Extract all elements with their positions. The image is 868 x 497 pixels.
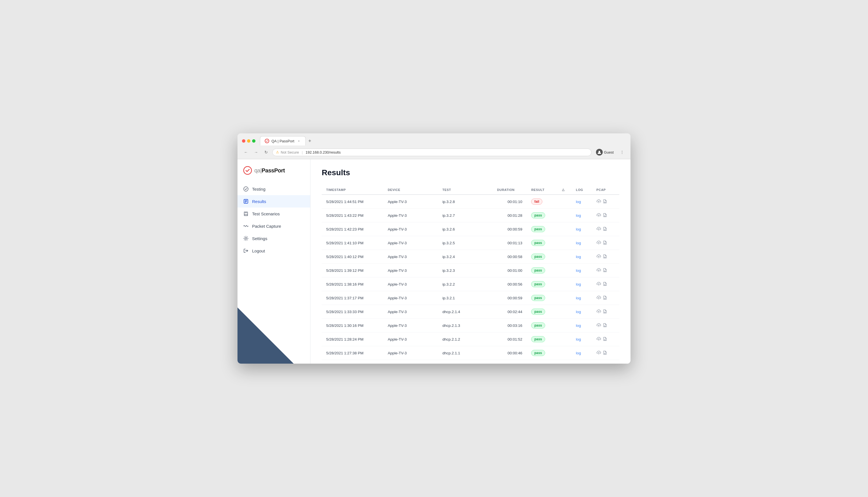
cell-pcap [592, 222, 619, 236]
pass-badge: pass [531, 254, 545, 260]
pcap-icons [596, 351, 615, 356]
minimize-button[interactable] [247, 139, 250, 143]
browser-chrome: QA | PassPort × + ← → ↻ ⚠ Not Secure | 1… [237, 133, 631, 159]
cell-duration: 00:00:59 [493, 222, 527, 236]
th-timestamp: TIMESTAMP [322, 185, 383, 195]
file-download-icon[interactable] [603, 268, 607, 273]
more-options-button[interactable]: ⋮ [618, 148, 626, 156]
cell-timestamp: 5/28/2021 1:42:23 PM [322, 222, 383, 236]
back-button[interactable]: ← [242, 148, 250, 156]
log-link[interactable]: log [576, 268, 581, 273]
new-tab-button[interactable]: + [306, 137, 314, 145]
profile-button[interactable]: Guest [594, 148, 616, 157]
cell-duration: 00:01:18 [493, 360, 527, 364]
cell-duration: 00:00:59 [493, 291, 527, 305]
cloud-upload-icon[interactable] [596, 295, 601, 301]
file-download-icon[interactable] [603, 282, 607, 287]
log-link[interactable]: log [576, 200, 581, 204]
file-download-icon[interactable] [603, 213, 607, 218]
log-link[interactable]: log [576, 351, 581, 355]
th-result: RESULT [527, 185, 558, 195]
log-link[interactable]: log [576, 337, 581, 341]
sidebar-item-label-results: Results [252, 199, 266, 204]
th-log: LOG [572, 185, 592, 195]
cell-duration: 00:02:44 [493, 305, 527, 319]
cloud-upload-icon[interactable] [596, 282, 601, 287]
file-download-icon[interactable] [603, 351, 607, 356]
address-bar[interactable]: ⚠ Not Secure | 192.168.0.230/results [272, 148, 592, 156]
tab-close-button[interactable]: × [296, 139, 301, 143]
file-download-icon[interactable] [603, 240, 607, 246]
pcap-icons [596, 227, 615, 232]
cell-duration: 00:01:52 [493, 332, 527, 346]
pcap-icons [596, 240, 615, 246]
cell-test: ip.3.2.3 [438, 264, 493, 278]
sidebar-item-packet-capture[interactable]: Packet Capture [237, 220, 310, 232]
cell-timestamp: 5/28/2021 1:41:10 PM [322, 236, 383, 250]
cloud-upload-icon[interactable] [596, 213, 601, 218]
cell-alert [558, 360, 572, 364]
log-link[interactable]: log [576, 324, 581, 328]
cell-result: pass [527, 291, 558, 305]
table-row: 5/28/2021 1:41:10 PM Apple-TV-3 ip.3.2.5… [322, 236, 619, 250]
pcap-icons [596, 323, 615, 328]
close-button[interactable] [242, 139, 245, 143]
forward-button[interactable]: → [252, 148, 260, 156]
log-link[interactable]: log [576, 255, 581, 259]
sidebar: qa|PassPort Testing [237, 159, 310, 364]
cell-device: Apple-TV-3 [383, 332, 438, 346]
cell-alert [558, 195, 572, 209]
sidebar-item-test-scenarios[interactable]: Test Scenarios [237, 208, 310, 220]
sidebar-item-results[interactable]: Results [237, 195, 310, 208]
cloud-upload-icon[interactable] [596, 227, 601, 232]
log-link[interactable]: log [576, 213, 581, 218]
sidebar-item-testing[interactable]: Testing [237, 183, 310, 195]
cell-pcap [592, 209, 619, 222]
cloud-upload-icon[interactable] [596, 254, 601, 259]
log-link[interactable]: log [576, 227, 581, 231]
cell-test: ip.3.2.8 [438, 195, 493, 209]
pcap-icons [596, 282, 615, 287]
file-download-icon[interactable] [603, 337, 607, 342]
cloud-upload-icon[interactable] [596, 199, 601, 204]
cloud-upload-icon[interactable] [596, 309, 601, 314]
log-link[interactable]: log [576, 296, 581, 300]
active-tab[interactable]: QA | PassPort × [260, 136, 306, 145]
cloud-upload-icon[interactable] [596, 337, 601, 342]
svg-point-2 [244, 167, 251, 174]
file-download-icon[interactable] [603, 227, 607, 232]
file-download-icon[interactable] [603, 323, 607, 328]
cell-alert [558, 319, 572, 332]
cell-timestamp: 5/28/2021 1:38:16 PM [322, 278, 383, 291]
avatar [596, 149, 603, 156]
cell-result: pass [527, 332, 558, 346]
log-link[interactable]: log [576, 310, 581, 314]
cell-test: ip.3.2.4 [438, 250, 493, 264]
cell-pcap [592, 319, 619, 332]
maximize-button[interactable] [252, 139, 256, 143]
th-alert: △ [558, 185, 572, 195]
cell-result: pass [527, 222, 558, 236]
pass-badge: pass [531, 336, 545, 342]
cloud-upload-icon[interactable] [596, 323, 601, 328]
cloud-upload-icon[interactable] [596, 351, 601, 356]
cell-alert [558, 332, 572, 346]
cloud-upload-icon[interactable] [596, 268, 601, 273]
sidebar-item-logout[interactable]: Logout [237, 244, 310, 257]
file-download-icon[interactable] [603, 199, 607, 204]
sidebar-item-settings[interactable]: Settings [237, 232, 310, 244]
cloud-upload-icon[interactable] [596, 240, 601, 246]
refresh-button[interactable]: ↻ [262, 148, 270, 156]
table-row: 5/28/2021 1:43:22 PM Apple-TV-3 ip.3.2.7… [322, 209, 619, 222]
log-link[interactable]: log [576, 282, 581, 286]
file-download-icon[interactable] [603, 309, 607, 314]
pcap-icons [596, 337, 615, 342]
cell-device: Apple-TV-3 [383, 236, 438, 250]
file-download-icon[interactable] [603, 295, 607, 301]
cell-test: ip.3.2.5 [438, 236, 493, 250]
cell-device: Apple-TV-3 [383, 291, 438, 305]
file-download-icon[interactable] [603, 254, 607, 259]
log-link[interactable]: log [576, 241, 581, 245]
cell-timestamp: 5/28/2021 1:37:17 PM [322, 291, 383, 305]
browser-window: QA | PassPort × + ← → ↻ ⚠ Not Secure | 1… [237, 133, 631, 364]
